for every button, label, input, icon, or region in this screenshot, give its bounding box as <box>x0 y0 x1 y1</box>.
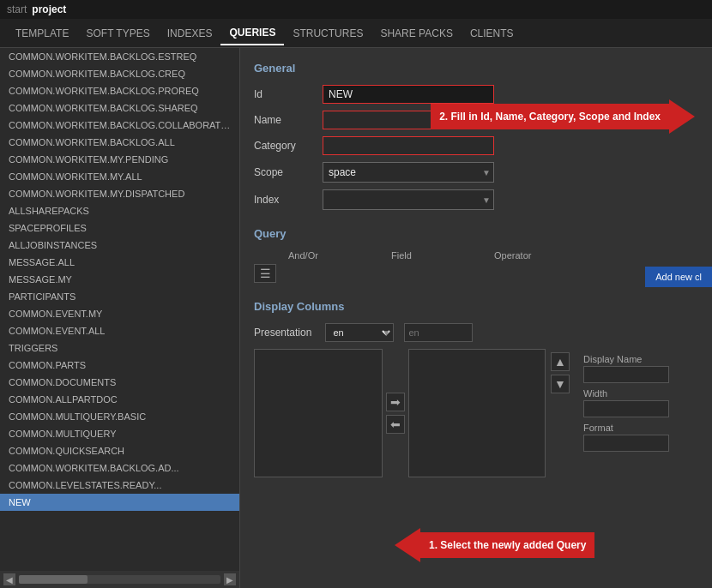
list-item[interactable]: COMMON.MULTIQUERY <box>0 425 239 442</box>
nav-clients[interactable]: CLIENTS <box>462 22 522 45</box>
scope-label: Scope <box>254 166 323 178</box>
scroll-track <box>19 575 220 584</box>
category-input[interactable] <box>323 136 494 155</box>
list-item[interactable]: COMMON.WORKITEM.MY.ALL <box>0 168 239 185</box>
nav-structures[interactable]: STRUCTURES <box>284 22 371 45</box>
width-label: Width <box>583 388 669 399</box>
presentation-lang-select[interactable]: en <box>325 323 394 342</box>
scroll-right-arrow[interactable]: ▶ <box>224 573 236 585</box>
id-label: Id <box>254 88 323 100</box>
list-item[interactable]: COMMON.WORKITEM.BACKLOG.PROREQ <box>0 82 239 99</box>
list-item[interactable]: COMMON.EVENT.ALL <box>0 322 239 339</box>
col-operator: Operator <box>494 250 597 261</box>
scope-row: Scope space <box>254 162 698 183</box>
scroll-thumb[interactable] <box>19 575 87 584</box>
list-item[interactable]: COMMON.DOCUMENTS <box>0 374 239 391</box>
display-section: Display Columns Presentation en ➡ ⬅ <box>254 300 698 477</box>
general-title: General <box>254 62 698 75</box>
sidebar-scrollbar[interactable]: ◀ ▶ <box>0 571 239 588</box>
annotation-step1: 1. Select the newly added Query <box>395 528 594 562</box>
list-item[interactable]: COMMON.WORKITEM.MY.DISPATCHED <box>0 185 239 202</box>
nav-soft-types[interactable]: SOFT TYPES <box>77 22 158 45</box>
list-item[interactable]: ALLJOBINSTANCES <box>0 237 239 254</box>
list-item[interactable]: MESSAGE.MY <box>0 271 239 288</box>
list-item[interactable]: TRIGGERS <box>0 339 239 357</box>
move-right-button[interactable]: ➡ <box>386 393 405 411</box>
display-name-label: Display Name <box>583 354 669 364</box>
column-details: Display Name Width Format <box>575 349 669 452</box>
annotation-2-arrow <box>669 99 695 134</box>
sidebar-item-new[interactable]: NEW <box>0 494 239 511</box>
list-item[interactable]: COMMON.WORKITEM.MY.PENDING <box>0 151 239 168</box>
list-item[interactable]: MESSAGE.ALL <box>0 254 239 271</box>
nav-queries[interactable]: QUERIES <box>220 21 284 45</box>
nav-bar: TEMPLATE SOFT TYPES INDEXES QUERIES STRU… <box>0 19 712 48</box>
query-title: Query <box>254 227 698 240</box>
format-label: Format <box>583 423 669 433</box>
list-item[interactable]: COMMON.LEVELSTATES.READY... <box>0 477 239 494</box>
move-up-button[interactable]: ▲ <box>551 352 570 371</box>
name-label: Name <box>254 114 323 126</box>
column-reorder-arrows: ▲ ▼ <box>546 349 575 397</box>
category-row: Category <box>254 136 698 155</box>
display-header: Presentation en <box>254 323 698 342</box>
col-field: Field <box>391 250 494 261</box>
category-label: Category <box>254 140 323 152</box>
list-item[interactable]: COMMON.ALLPARTDOC <box>0 391 239 408</box>
presentation-lang-wrapper: en <box>325 323 394 342</box>
query-row: ☰ <box>254 264 698 283</box>
sidebar: COMMON.WORKITEM.BACKLOG.ESTREQ COMMON.WO… <box>0 48 240 588</box>
top-bar: start project <box>0 0 712 19</box>
presentation-label: Presentation <box>254 327 311 339</box>
query-section: Query And/Or Field Operator Add new cl ☰ <box>254 227 698 283</box>
move-left-button[interactable]: ⬅ <box>386 415 405 434</box>
list-item[interactable]: COMMON.WORKITEM.BACKLOG.SHAREQ <box>0 99 239 117</box>
index-label: Index <box>254 194 323 206</box>
display-title: Display Columns <box>254 300 698 313</box>
annotation-1-arrow <box>395 528 420 562</box>
selected-columns-list[interactable] <box>408 349 546 477</box>
column-transfer-arrows: ➡ ⬅ <box>383 349 408 477</box>
scroll-left-arrow[interactable]: ◀ <box>3 573 15 585</box>
content-area: General Id Name Category Scope space Ind… <box>240 48 712 588</box>
list-item[interactable]: COMMON.WORKITEM.BACKLOG.AD... <box>0 459 239 477</box>
list-item[interactable]: COMMON.WORKITEM.BACKLOG.COLLABORATI... <box>0 117 239 134</box>
list-item[interactable]: COMMON.WORKITEM.BACKLOG.ALL <box>0 134 239 151</box>
list-item[interactable]: ALLSHAREPACKS <box>0 202 239 219</box>
app-project: project <box>32 3 66 15</box>
nav-share-packs[interactable]: SHARE PACKS <box>371 22 461 45</box>
scope-select-wrapper: space <box>323 162 494 183</box>
query-list-icon[interactable]: ☰ <box>254 264 276 283</box>
available-columns-list[interactable] <box>254 349 383 477</box>
list-item[interactable]: COMMON.WORKITEM.BACKLOG.ESTREQ <box>0 48 239 65</box>
list-item[interactable]: COMMON.MULTIQUERY.BASIC <box>0 408 239 425</box>
index-select[interactable] <box>323 189 494 210</box>
scope-select[interactable]: space <box>323 162 494 183</box>
list-item[interactable]: COMMON.PARTS <box>0 357 239 374</box>
index-row: Index <box>254 189 698 210</box>
list-item[interactable]: COMMON.WORKITEM.BACKLOG.CREQ <box>0 65 239 82</box>
add-new-button[interactable]: Add new cl <box>645 267 712 287</box>
index-select-wrapper <box>323 189 494 210</box>
list-item[interactable]: PARTICIPANTS <box>0 288 239 305</box>
columns-area: ➡ ⬅ ▲ ▼ Display Name Width Format <box>254 349 698 477</box>
sidebar-scroll-area[interactable]: COMMON.WORKITEM.BACKLOG.ESTREQ COMMON.WO… <box>0 48 239 571</box>
format-input[interactable] <box>583 435 669 452</box>
app-start: start <box>7 3 27 15</box>
width-input[interactable] <box>583 400 669 417</box>
display-name-input[interactable] <box>583 366 669 383</box>
main-layout: COMMON.WORKITEM.BACKLOG.ESTREQ COMMON.WO… <box>0 48 712 588</box>
list-item[interactable]: SPACEPROFILES <box>0 219 239 237</box>
nav-indexes[interactable]: INDEXES <box>159 22 221 45</box>
col-andor: And/Or <box>288 250 391 261</box>
list-item[interactable]: COMMON.EVENT.MY <box>0 305 239 322</box>
list-item[interactable]: COMMON.QUICKSEARCH <box>0 442 239 459</box>
annotation-step2: 2. Fill in Id, Name, Category, Scope and… <box>431 99 695 134</box>
move-down-button[interactable]: ▼ <box>551 375 570 393</box>
nav-template[interactable]: TEMPLATE <box>7 22 77 45</box>
presentation-lang-input[interactable] <box>404 323 473 342</box>
annotation-1-text: 1. Select the newly added Query <box>420 532 594 558</box>
annotation-2-text: 2. Fill in Id, Name, Category, Scope and… <box>431 104 669 129</box>
